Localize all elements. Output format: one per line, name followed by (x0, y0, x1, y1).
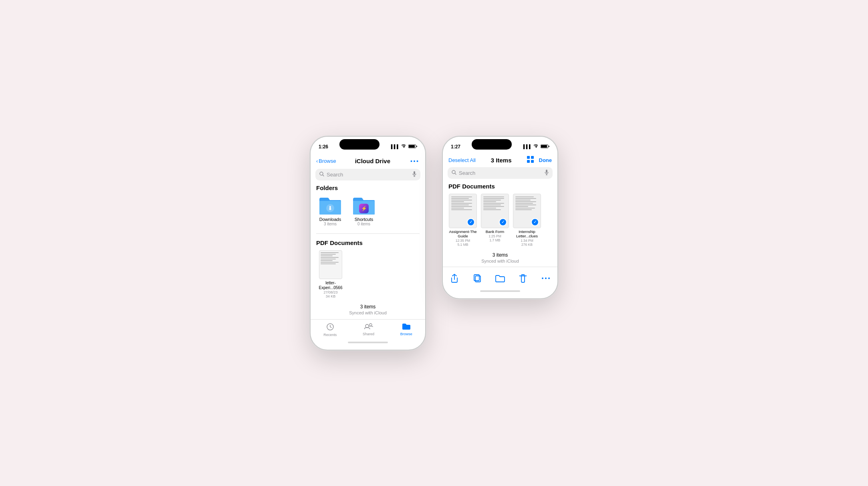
items-count-2: 3 items (443, 252, 557, 258)
svg-rect-23 (527, 160, 530, 163)
share-button[interactable] (447, 271, 462, 286)
pdf-thumb-1 (319, 250, 342, 279)
nav-bar-2: Deselect All 3 Items Done (443, 154, 557, 167)
svg-rect-2 (416, 146, 417, 147)
status-bar-1: 1:26 ▌▌▌ (311, 137, 425, 154)
mic-icon-2 (545, 170, 549, 176)
shortcuts-folder-icon: ⚡ (352, 195, 375, 215)
action-bar (443, 267, 557, 287)
folders-grid: ⬇ Downloads 3 items (316, 195, 420, 226)
pdf-name-1: letter-Experi...0566 (316, 281, 345, 290)
pdf-img-assignment: ✓ (449, 194, 477, 228)
svg-point-32 (542, 277, 543, 279)
copy-button[interactable] (470, 271, 484, 286)
svg-rect-20 (549, 146, 549, 147)
svg-line-26 (455, 173, 456, 174)
move-folder-button[interactable] (493, 271, 507, 286)
dynamic-island-1 (339, 139, 379, 150)
downloads-folder-icon: ⬇ (319, 195, 342, 215)
internship-time: 1:34 PM (521, 239, 533, 243)
signal-icon-1: ▌▌▌ (391, 144, 400, 149)
pdf-img-internship: ✓ (513, 194, 541, 228)
home-indicator-2 (480, 290, 520, 292)
bankform-name: Bank Form (486, 229, 504, 234)
pdf-date-1: 27/08/23 (323, 290, 337, 294)
content-2: PDF Documents (443, 183, 557, 247)
pdf-title-2: PDF Documents (448, 183, 552, 190)
svg-point-33 (545, 277, 547, 279)
wifi-icon-1 (401, 144, 407, 149)
pdf-file-1[interactable]: letter-Experi...0566 27/08/23 34 KB (316, 250, 345, 298)
browse-icon (402, 323, 411, 331)
more-actions-button[interactable] (539, 271, 553, 286)
tab-browse[interactable]: Browse (400, 323, 412, 337)
search-icon-1 (319, 172, 324, 178)
svg-line-7 (323, 175, 324, 176)
time-1: 1:26 (319, 144, 328, 150)
chevron-left-icon-1: ‹ (316, 158, 318, 164)
internship-name: Internship Letter...clues (513, 229, 541, 239)
tab-recents[interactable]: Recents (323, 323, 337, 337)
status-icons-2: ▌▌▌ (523, 144, 549, 149)
downloads-name: Downloads (319, 217, 341, 222)
back-button-1[interactable]: ‹ Browse (316, 158, 336, 164)
divider-1 (316, 233, 420, 234)
bankform-size: 1.7 MB (490, 238, 501, 242)
svg-rect-1 (409, 145, 415, 148)
deselect-all-button[interactable]: Deselect All (448, 157, 476, 163)
bottom-status-2: 3 items Synced with iCloud (443, 247, 557, 267)
phone1: 1:26 ▌▌▌ ‹ Browse iCloud (310, 136, 426, 350)
check-bankform: ✓ (499, 218, 507, 226)
pdf-file-internship[interactable]: ✓ Internship Letter...clues 1:34 PM 276 … (513, 194, 541, 247)
svg-text:⬇: ⬇ (328, 205, 333, 211)
bankform-time: 1:25 PM (489, 234, 501, 238)
svg-text:⚡: ⚡ (361, 205, 367, 211)
items-count-1: 3 items (311, 304, 425, 310)
svg-point-34 (548, 277, 550, 279)
svg-rect-24 (531, 160, 534, 163)
pdf-title-1: PDF Documents (316, 239, 420, 246)
svg-rect-27 (546, 170, 547, 173)
shared-label: Shared (363, 332, 374, 336)
check-assignment: ✓ (467, 218, 475, 226)
time-2: 1:27 (451, 144, 460, 150)
assignment-time: 12:35 PM (456, 239, 470, 243)
phone2: 1:27 ▌▌▌ Deselect All 3 Items (442, 136, 558, 300)
recents-label: Recents (323, 333, 337, 337)
internship-size: 276 KB (521, 243, 533, 247)
pdf-size-1: 34 KB (326, 294, 336, 298)
folders-title: Folders (316, 184, 420, 191)
search-bar-2[interactable]: Search (448, 167, 553, 179)
browse-label: Browse (400, 332, 412, 336)
nav-title-1: iCloud Drive (355, 158, 390, 164)
more-button-1[interactable] (409, 156, 420, 166)
search-placeholder-1: Search (327, 172, 410, 178)
home-indicator-1 (348, 342, 388, 343)
tab-shared[interactable]: Shared (363, 323, 374, 337)
pdf-file-bankform[interactable]: ✓ Bank Form 1:25 PM 1.7 MB (480, 194, 509, 247)
sync-status-2: Synced with iCloud (443, 259, 557, 263)
shortcuts-folder[interactable]: ⚡ Shortcuts 0 items (350, 195, 378, 226)
bottom-status-1: 3 items Synced with iCloud (311, 298, 425, 318)
search-placeholder-2: Search (459, 170, 542, 176)
assignment-size: 5.1 MB (458, 243, 468, 247)
pdf-files-grid-1: letter-Experi...0566 27/08/23 34 KB (316, 250, 420, 298)
content-1: Folders ⬇ (311, 184, 425, 298)
downloads-count: 3 items (324, 222, 337, 226)
tab-bar-1: Recents Shared Browse (311, 319, 425, 338)
recents-icon (326, 323, 334, 332)
done-button[interactable]: Done (539, 157, 552, 163)
status-icons-1: ▌▌▌ (391, 144, 417, 149)
signal-icon-2: ▌▌▌ (523, 144, 532, 149)
delete-button[interactable] (516, 271, 530, 286)
grid-view-button[interactable] (527, 156, 534, 165)
pdf-file-assignment[interactable]: ✓ Assignment-The Guide 12:35 PM 5.1 MB (448, 194, 477, 247)
downloads-folder[interactable]: ⬇ Downloads 3 items (316, 195, 344, 226)
svg-point-17 (369, 324, 372, 326)
search-bar-1[interactable]: Search (315, 169, 420, 180)
svg-rect-21 (527, 156, 530, 159)
items-count-nav: 3 Items (491, 157, 512, 164)
svg-point-5 (417, 160, 418, 162)
svg-point-3 (411, 160, 412, 162)
back-label-1: Browse (319, 158, 336, 164)
